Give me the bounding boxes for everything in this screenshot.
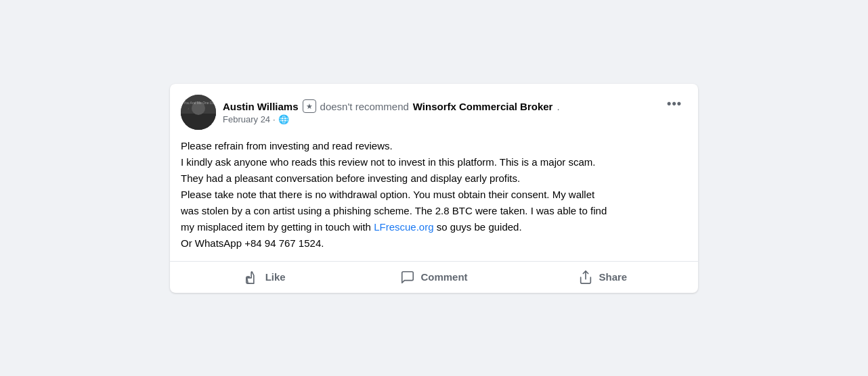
like-icon: [245, 270, 260, 285]
user-name[interactable]: Austin Williams: [223, 101, 299, 112]
recommendation-suffix: .: [557, 101, 559, 112]
meta-separator: ·: [273, 114, 276, 124]
post-header: You And Me One Day ♪ Austin Williams ★ d…: [181, 95, 687, 130]
post-line4-part2: was stolen by a con artist using a phish…: [181, 205, 607, 216]
meta-row: February 24 · 🌐: [223, 114, 560, 124]
svg-rect-1: [181, 114, 216, 130]
post-line5: Or WhatsApp +84 94 767 1524.: [181, 237, 324, 249]
like-button[interactable]: Like: [181, 264, 349, 290]
rescue-link[interactable]: LFrescue.org: [374, 221, 433, 233]
svg-text:You And Me One Day: You And Me One Day: [183, 101, 216, 105]
more-options-button[interactable]: •••: [661, 95, 687, 112]
star-badge: ★: [303, 99, 316, 113]
post-line4-part3-after: so guys be guided.: [434, 221, 522, 233]
share-icon: [578, 270, 593, 285]
avatar-image: You And Me One Day ♪: [181, 95, 216, 130]
share-button[interactable]: Share: [519, 264, 687, 290]
avatar[interactable]: You And Me One Day ♪: [181, 95, 216, 130]
user-info: You And Me One Day ♪ Austin Williams ★ d…: [181, 95, 560, 130]
share-label: Share: [599, 271, 627, 283]
post-line4-part3-before: my misplaced item by getting in touch wi…: [181, 221, 374, 233]
comment-label: Comment: [420, 271, 467, 283]
post-date[interactable]: February 24: [223, 114, 270, 124]
comment-button[interactable]: Comment: [349, 264, 518, 290]
action-bar: Like Comment Share: [181, 262, 687, 293]
globe-icon: 🌐: [278, 114, 289, 124]
like-label: Like: [265, 271, 286, 283]
post-meta: Austin Williams ★ doesn't recommend Wins…: [223, 99, 560, 124]
post-line3: They had a pleasant conversation before …: [181, 172, 520, 184]
broker-name[interactable]: Winsorfx Commercial Broker: [413, 101, 553, 112]
svg-text:♪: ♪: [188, 107, 189, 110]
facebook-post-card: You And Me One Day ♪ Austin Williams ★ d…: [170, 84, 698, 293]
name-row: Austin Williams ★ doesn't recommend Wins…: [223, 99, 560, 113]
post-line2: I kindly ask anyone who reads this revie…: [181, 156, 595, 168]
post-body: Please refrain from investing and read r…: [181, 138, 687, 252]
post-line4-part1: Please take note that there is no withdr…: [181, 189, 594, 200]
post-line1: Please refrain from investing and read r…: [181, 140, 393, 151]
recommendation-prefix: doesn't recommend: [320, 101, 409, 112]
comment-icon: [400, 270, 415, 285]
